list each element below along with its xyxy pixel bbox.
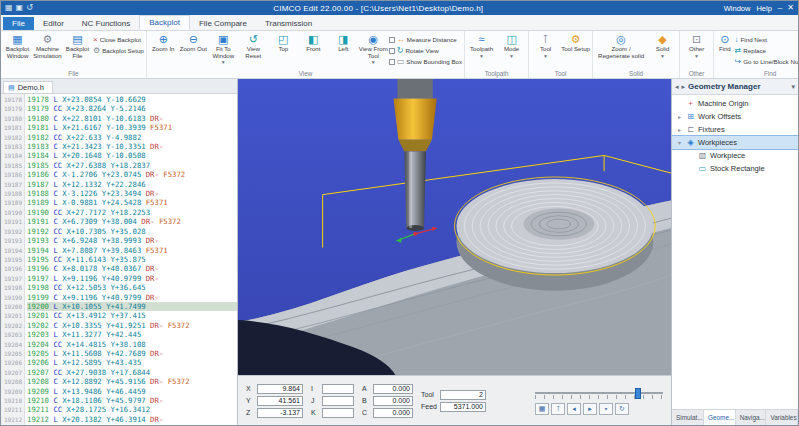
feed-field[interactable]: 5371.000 [440,402,486,412]
tool-button[interactable]: ⊺ [551,403,565,415]
code-line[interactable]: 19178 L X+23.0854 Y-10.6629 [27,95,237,104]
close-button[interactable]: ✕ [787,4,794,12]
left-button[interactable]: ◨Left [329,32,358,53]
tree-item-workpieces[interactable]: ▾◈Workpieces [672,136,798,149]
tool-field[interactable]: 2 [440,390,486,400]
machine-simulation-button[interactable]: ⚙Machine Simulation [33,32,62,59]
tree-expander-icon[interactable]: ▾ [676,139,683,146]
code-line[interactable]: 19199 C X+9.1196 Y+40.9799 DR- [27,293,237,302]
backplot-3d-viewport[interactable] [238,79,671,375]
window-menu[interactable]: Window [724,4,751,13]
code-line[interactable]: 19211 CC X+28.1725 Y+16.3412 [27,405,237,414]
code-line[interactable]: 19195 CC X+11.6143 Y+35.875 [27,255,237,264]
undo-icon[interactable]: ↺ [26,4,33,12]
close-backplot-button[interactable]: ×Close Backplot [93,34,144,45]
tab-file-compare[interactable]: File Compare [190,17,256,30]
other-button[interactable]: ⊡Other▼ [682,32,711,59]
backplot-window-button[interactable]: ▦Backplot Window [3,32,32,59]
editor-tab-demo-h[interactable]: ▤ Demo.h [3,81,53,93]
code-line[interactable]: 19184 L X+20.1648 Y-10.0508 [27,151,237,160]
zoom-regenerate-solid-button[interactable]: ◎Zoom / Regenerate solid [595,32,647,59]
fit-to-window-button[interactable]: ▣Fit To Window▼ [209,32,238,66]
code-line[interactable]: 19198 CC X+12.5053 Y+36.645 [27,283,237,292]
i-field[interactable] [322,384,354,394]
tab-transmission[interactable]: Transmission [256,17,321,30]
code-line[interactable]: 19180 C X+22.8101 Y-10.6183 DR- [27,114,237,123]
code-line[interactable]: 19187 L X+12.1332 Y+22.2846 [27,180,237,189]
top-button[interactable]: ◰Top [269,32,298,53]
zoom-in-button[interactable]: ⊕Zoom In [149,32,178,53]
tree-expander-icon[interactable]: ▸ [676,126,683,133]
code-line[interactable]: 19206 L X+12.5895 Y+43.435 [27,358,237,367]
panel-collapse-left-icon[interactable]: ◂ [675,83,679,91]
code-line[interactable]: 19192 CC X+10.7305 Y+35.028 [27,227,237,236]
loop-button[interactable]: ↻ [615,403,629,415]
show-bounding-box-checkbox[interactable]: ▭Show Bounding Box [389,56,462,67]
code-line[interactable]: 19205 L X+11.5608 Y+42.7689 DR- [27,349,237,358]
code-line[interactable]: 19188 C X-3.1226 Y+23.3494 DR- [27,189,237,198]
save-icon[interactable]: ▣ [16,4,24,12]
code-line[interactable]: 19208 C X+12.8892 Y+45.9156 DR- F5372 [27,377,237,386]
help-menu[interactable]: Help [756,4,771,13]
code-line[interactable]: 19193 C X+6.9248 Y+38.9993 DR- [27,236,237,245]
panel-collapse-right-icon[interactable]: ▸ [682,83,686,91]
solid-button[interactable]: ◆Solid▼ [648,32,677,59]
code-line[interactable]: 19186 C X-1.2706 Y+23.0745 DR- F5372 [27,170,237,179]
code-line[interactable]: 19185 CC X+27.6388 Y+18.2837 [27,161,237,170]
code-line-current[interactable]: 19200 L X+10.1055 Y+41.7499 [27,302,237,311]
z-field[interactable]: -3.137 [257,408,303,418]
mode-button[interactable]: ◫Mode▼ [497,32,526,59]
step-back-button[interactable]: ◂ [567,403,581,415]
play-button[interactable]: ▸ [583,403,597,415]
code-line[interactable]: 19191 C X+6.7309 Y+38.004 DR- F5372 [27,217,237,226]
code-line[interactable]: 19182 CC X+22.633 Y-4.9882 [27,133,237,142]
x-field[interactable]: 9.864 [257,384,303,394]
code-line[interactable]: 19212 L X+20.1382 Y+46.3914 DR- [27,415,237,424]
rotate-view-checkbox[interactable]: ↻Rotate View [389,45,462,56]
code-line[interactable]: 19207 CC X+27.9038 Y+17.6844 [27,368,237,377]
panel-tab-naviga[interactable]: Naviga... [736,410,767,425]
code-line[interactable]: 19189 L X-0.9881 Y+24.5428 F5371 [27,198,237,207]
panel-tab-simulat[interactable]: Simulat... [672,410,704,425]
tab-editor[interactable]: Editor [34,17,73,30]
tree-item-work-offsets[interactable]: ▸⊞Work Offsets [672,110,798,123]
code-line[interactable]: 19202 C X+10.3355 Y+41.9251 DR- F5372 [27,321,237,330]
replace-button[interactable]: ⇄Replace [735,45,798,56]
k-field[interactable] [322,408,354,418]
view-from-tool-button[interactable]: ◉View From Tool▼ [359,32,388,66]
tab-file[interactable]: File [3,17,34,30]
backplot-file-button[interactable]: ▤Backplot File [63,32,92,59]
tree-item-stock-rectangle[interactable]: ▭Stock Rectangle [672,162,798,175]
code-line[interactable]: 19194 L X+7.8087 Y+39.8463 F5371 [27,246,237,255]
j-field[interactable] [322,396,354,406]
code-line[interactable]: 19210 C X+18.1106 Y+45.9797 DR- [27,396,237,405]
tool-setup-button[interactable]: ⚙Tool Setup [561,32,590,53]
stop-button[interactable]: ▪ [599,403,613,415]
code-line[interactable]: 19204 CC X+14.4815 Y+38.108 [27,340,237,349]
view-reset-button[interactable]: ↺View Reset [239,32,268,59]
grid-button[interactable]: ▦ [535,403,549,415]
code-line[interactable]: 19203 L X+11.3277 Y+42.445 [27,330,237,339]
simulation-progress-slider[interactable] [535,387,663,400]
code-line[interactable]: 19209 L X+13.9486 Y+46.4459 [27,387,237,396]
zoom-out-button[interactable]: ⊖Zoom Out [179,32,208,53]
tree-item-machine-origin[interactable]: +Machine Origin [672,97,798,110]
front-button[interactable]: ◧Front [299,32,328,53]
tab-nc-functions[interactable]: NC Functions [73,17,139,30]
slider-thumb[interactable] [635,388,641,399]
y-field[interactable]: 41.561 [257,396,303,406]
panel-tab-geome[interactable]: Geome... [704,410,736,425]
minimize-button[interactable]: – [778,4,782,12]
tree-expander-icon[interactable]: ▸ [676,113,683,120]
tree-item-workpiece[interactable]: ▧Workpiece [672,149,798,162]
b-field[interactable]: 0.000 [373,396,413,406]
tool-button[interactable]: ⊺Tool▼ [531,32,560,59]
code-line[interactable]: 19190 CC X+27.7172 Y+18.2253 [27,208,237,217]
measure-distance-checkbox[interactable]: ↔Measure Distance [389,34,462,45]
code-line[interactable]: 19201 CC X+13.4912 Y+37.415 [27,311,237,320]
code-line[interactable]: 19196 C X+8.0178 Y+40.0367 DR- [27,264,237,273]
panel-tab-variables[interactable]: Variables [766,410,798,425]
code-line[interactable]: 19179 CC X+23.8264 Y-5.2146 [27,104,237,113]
backplot-setup-button[interactable]: ⚙Backplot Setup [93,45,144,56]
toolpath-button[interactable]: ≈Toolpath▼ [467,32,496,59]
